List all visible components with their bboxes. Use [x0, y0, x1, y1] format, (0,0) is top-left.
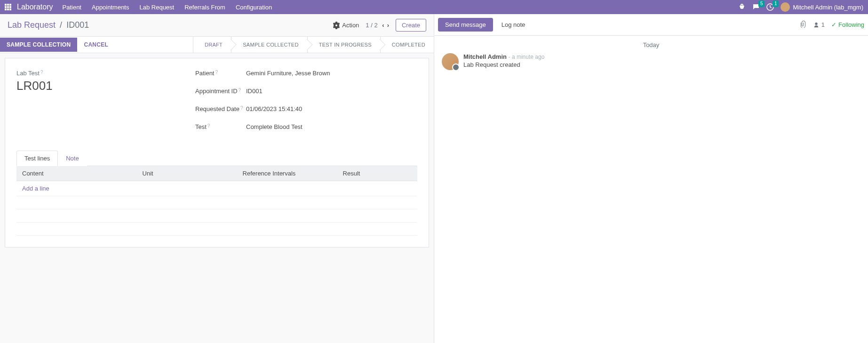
breadcrumb: Lab Request / ID001 [8, 20, 89, 30]
chatter: Send message Log note 1 ✓Following Today… [434, 14, 868, 343]
message-body: Lab Request created [463, 61, 544, 68]
message: Mitchell Admin - a minute ago Lab Reques… [442, 53, 860, 70]
sample-collection-button[interactable]: SAMPLE COLLECTION [0, 38, 77, 52]
top-navigation: Laboratory Patient Appointments Lab Requ… [0, 0, 868, 14]
notebook-tabs: Test lines Note [16, 151, 417, 166]
pager-prev-icon[interactable]: ‹ [382, 22, 384, 29]
menu-appointments[interactable]: Appointments [92, 4, 129, 11]
patient-label: Patient? [195, 70, 246, 77]
requested-date-label: Requested Date? [195, 105, 246, 112]
test-label: Test? [195, 123, 246, 130]
table-row[interactable] [16, 209, 417, 223]
add-line-link[interactable]: Add a line [22, 185, 49, 192]
appointment-id-label: Appointment ID? [195, 88, 246, 95]
stage-test-in-progress[interactable]: TEST IN PROGRESS [307, 37, 380, 53]
stage-draft[interactable]: DRAFT [193, 37, 231, 53]
col-reference-intervals: Reference Intervals [237, 166, 337, 181]
col-content: Content [16, 166, 137, 181]
appointment-id-value[interactable]: ID001 [246, 88, 417, 95]
attachment-icon[interactable] [799, 20, 806, 29]
message-author[interactable]: Mitchell Admin [463, 53, 507, 60]
chatter-date-separator: Today [442, 41, 860, 48]
activities-icon[interactable]: 1 [766, 3, 774, 11]
chatter-topbar: Send message Log note 1 ✓Following [434, 14, 868, 36]
cancel-button[interactable]: CANCEL [77, 38, 115, 52]
message-avatar-icon[interactable] [442, 53, 459, 70]
notebook: Test lines Note Content Unit Reference I… [16, 151, 417, 236]
followers-count[interactable]: 1 [813, 21, 825, 28]
stage-completed[interactable]: COMPLETED [380, 37, 434, 53]
control-panel-right: Action 1 / 2 ‹ › Create [333, 19, 426, 32]
form-view: Lab Request / ID001 Action 1 / 2 ‹ › Cre… [0, 14, 434, 343]
create-button[interactable]: Create [396, 19, 426, 32]
stage-indicator: DRAFT SAMPLE COLLECTED TEST IN PROGRESS … [193, 37, 434, 53]
action-dropdown[interactable]: Action [333, 22, 359, 29]
breadcrumb-separator: / [60, 20, 62, 30]
brand-title[interactable]: Laboratory [17, 3, 53, 11]
following-button[interactable]: ✓Following [831, 21, 864, 28]
menu-configuration[interactable]: Configuration [236, 4, 272, 11]
debug-icon[interactable] [738, 3, 746, 11]
log-note-button[interactable]: Log note [495, 18, 532, 31]
tab-test-lines[interactable]: Test lines [16, 151, 58, 166]
table-row[interactable] [16, 223, 417, 236]
test-lines-table: Content Unit Reference Intervals Result … [16, 166, 417, 236]
send-message-button[interactable]: Send message [438, 18, 493, 32]
chatter-body: Today Mitchell Admin - a minute ago Lab … [434, 36, 868, 81]
menu-referrals-from[interactable]: Referrals From [184, 4, 225, 11]
breadcrumb-current: ID001 [66, 20, 89, 30]
breadcrumb-root[interactable]: Lab Request [8, 20, 56, 30]
lab-test-value[interactable]: LR001 [16, 79, 176, 93]
activities-badge: 1 [772, 0, 779, 7]
topnav-right: 5 1 Mitchell Admin (lab_mgm) [738, 2, 863, 12]
patient-value[interactable]: Gemini Furniture, Jesse Brown [246, 70, 417, 77]
user-avatar-icon [780, 2, 790, 12]
main-menu: Patient Appointments Lab Request Referra… [63, 4, 272, 11]
form-sheet: Lab Test? LR001 Patient? Gemini Furnitur… [5, 58, 429, 247]
stage-sample-collected[interactable]: SAMPLE COLLECTED [231, 37, 307, 53]
messaging-icon[interactable]: 5 [752, 3, 760, 11]
test-value[interactable]: Complete Blood Test [246, 123, 417, 130]
messaging-badge: 5 [758, 0, 765, 7]
pager-value[interactable]: 1 / 2 [366, 22, 377, 29]
status-bar: SAMPLE COLLECTION CANCEL DRAFT SAMPLE CO… [0, 36, 434, 53]
user-name: Mitchell Admin (lab_mgm) [793, 4, 863, 11]
user-menu[interactable]: Mitchell Admin (lab_mgm) [780, 2, 863, 12]
tab-note[interactable]: Note [58, 151, 87, 166]
pager: 1 / 2 ‹ › [366, 22, 389, 29]
table-row[interactable] [16, 196, 417, 209]
apps-icon[interactable] [5, 3, 12, 11]
control-panel: Lab Request / ID001 Action 1 / 2 ‹ › Cre… [0, 14, 434, 32]
col-unit: Unit [137, 166, 237, 181]
col-result: Result [337, 166, 417, 181]
pager-next-icon[interactable]: › [387, 22, 389, 29]
message-time: - a minute ago [509, 54, 545, 60]
requested-date-value[interactable]: 01/06/2023 15:41:40 [246, 105, 417, 112]
menu-patient[interactable]: Patient [63, 4, 81, 11]
lab-test-label: Lab Test? [16, 70, 176, 77]
menu-lab-request[interactable]: Lab Request [139, 4, 174, 11]
check-icon: ✓ [831, 21, 836, 28]
